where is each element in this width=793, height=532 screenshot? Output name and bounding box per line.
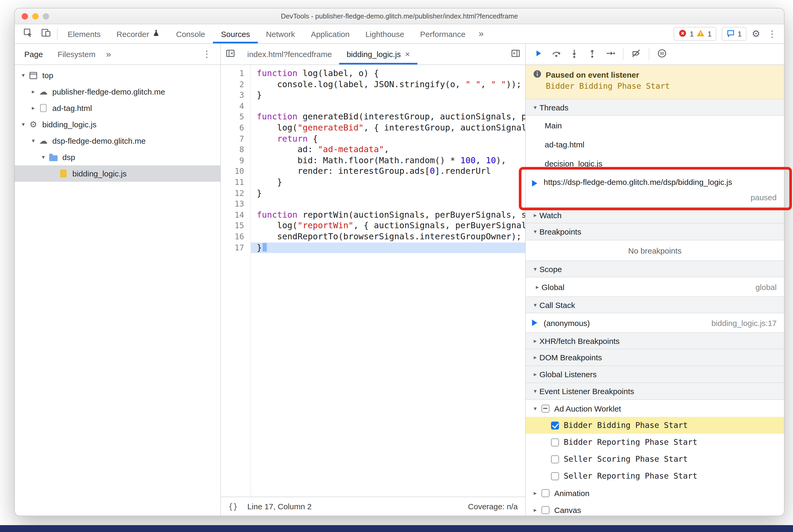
checkbox[interactable] xyxy=(542,506,549,514)
section-header-threads[interactable]: ▾Threads xyxy=(526,99,784,116)
disclosure-triangle-icon[interactable]: ▾ xyxy=(19,72,27,79)
disclosure-triangle-icon[interactable]: ▾ xyxy=(531,405,540,412)
line-number[interactable]: 5 xyxy=(221,112,250,122)
code-line[interactable]: 12} xyxy=(221,188,525,198)
section-header-scope[interactable]: ▾Scope xyxy=(526,261,784,277)
tab-recorder[interactable]: Recorder xyxy=(109,24,168,43)
tree-item-top[interactable]: ▾top xyxy=(15,67,220,83)
section-header-xhr-fetch-breakpoints[interactable]: ▸XHR/fetch Breakpoints xyxy=(526,332,784,349)
code-line[interactable]: 15 log("reportWin", { auctionSignals, pe… xyxy=(221,221,525,231)
inspect-element-button[interactable] xyxy=(19,24,37,43)
tree-item-bidding-logic-js[interactable]: bidding_logic.js xyxy=(15,165,220,182)
code-line[interactable]: 13 xyxy=(221,198,525,209)
pretty-print-button[interactable]: {} xyxy=(228,501,238,511)
thread-item-decision-logic-js[interactable]: decision_logic.js xyxy=(526,154,784,173)
settings-button[interactable]: ⚙ xyxy=(752,28,760,40)
checkbox[interactable] xyxy=(551,472,559,480)
line-number[interactable]: 10 xyxy=(221,166,250,177)
code-line[interactable]: 4 xyxy=(221,101,525,112)
code-line[interactable]: 11 } xyxy=(221,177,525,188)
more-panels-button[interactable]: » xyxy=(473,24,489,43)
code-line[interactable]: 7 return { xyxy=(221,133,525,144)
zoom-button[interactable] xyxy=(43,13,49,19)
section-header-event-listener-breakpoints[interactable]: ▾Event Listener Breakpoints xyxy=(526,383,784,400)
disclosure-triangle-icon[interactable]: ▾ xyxy=(29,137,38,144)
issues-chip[interactable]: 1 xyxy=(722,27,747,41)
tree-item-bidding-logic-js[interactable]: ▾⚙bidding_logic.js xyxy=(15,116,220,133)
resume-button[interactable] xyxy=(533,48,544,60)
device-toolbar-button[interactable] xyxy=(37,24,55,43)
navigator-tab-filesystem[interactable]: Filesystem xyxy=(50,50,103,59)
open-debugger-button[interactable] xyxy=(506,44,525,64)
line-number[interactable]: 17 xyxy=(221,242,250,253)
close-tab-icon[interactable]: × xyxy=(405,50,410,59)
scope-item-global[interactable]: ▸Globalglobal xyxy=(526,277,784,297)
line-number[interactable]: 11 xyxy=(221,177,250,188)
line-number[interactable]: 4 xyxy=(221,101,250,112)
line-number[interactable]: 12 xyxy=(221,188,250,198)
checkbox[interactable] xyxy=(542,489,549,497)
thread-item-ad-tag-html[interactable]: ad-tag.html xyxy=(526,135,784,154)
step-out-button[interactable] xyxy=(587,48,598,60)
code-line[interactable]: 2 console.log(label, JSON.stringify(o, "… xyxy=(221,79,525,90)
tree-item-publisher-fledge-demo-glitch-me[interactable]: ▸☁publisher-fledge-demo.glitch.me xyxy=(15,83,220,100)
code-editor[interactable]: 1function log(label, o) {2 console.log(l… xyxy=(221,65,525,497)
line-number[interactable]: 6 xyxy=(221,122,250,133)
checkbox[interactable] xyxy=(551,438,559,446)
tab-network[interactable]: Network xyxy=(258,24,303,43)
code-line[interactable]: 5function generateBid(interestGroup, auc… xyxy=(221,112,525,122)
checkbox[interactable] xyxy=(542,404,549,412)
line-number[interactable]: 1 xyxy=(221,68,250,79)
line-number[interactable]: 9 xyxy=(221,155,250,166)
disclosure-triangle-icon[interactable]: ▸ xyxy=(29,104,38,112)
event-category-ad-auction-worklet[interactable]: ▾Ad Auction Worklet xyxy=(526,400,784,417)
hide-navigator-button[interactable] xyxy=(221,44,240,64)
checkbox[interactable] xyxy=(551,455,559,463)
disclosure-triangle-icon[interactable]: ▸ xyxy=(531,490,540,496)
tab-performance[interactable]: Performance xyxy=(412,24,473,43)
editor-tab-bidding-logic-js[interactable]: bidding_logic.js× xyxy=(339,44,417,64)
event-breakpoint-seller-reporting-phase-start[interactable]: Seller Reporting Phase Start xyxy=(526,468,784,484)
code-line[interactable]: 10 render: interestGroup.ads[0].renderUr… xyxy=(221,166,525,177)
code-line[interactable]: 17} xyxy=(221,242,525,253)
call-stack-frame[interactable]: (anonymous)bidding_logic.js:17 xyxy=(526,313,784,332)
code-line[interactable]: 9 bid: Math.floor(Math.random() * 100, 1… xyxy=(221,155,525,166)
minimize-button[interactable] xyxy=(32,13,39,19)
event-breakpoint-bidder-reporting-phase-start[interactable]: Bidder Reporting Phase Start xyxy=(526,434,784,451)
pause-exceptions-button[interactable] xyxy=(657,48,667,60)
deactivate-breakpoints-button[interactable] xyxy=(631,48,641,60)
tree-item-dsp[interactable]: ▾dsp xyxy=(15,149,220,165)
line-number[interactable]: 8 xyxy=(221,144,250,155)
code-line[interactable]: 16 sendReportTo(browserSignals.interestG… xyxy=(221,231,525,242)
navigator-menu-button[interactable]: ⋮ xyxy=(195,49,218,60)
section-header-watch[interactable]: ▸Watch xyxy=(526,207,784,224)
line-number[interactable]: 16 xyxy=(221,231,250,242)
code-line[interactable]: 8 ad: "ad-metadata", xyxy=(221,144,525,155)
line-number[interactable]: 14 xyxy=(221,209,250,220)
thread-item-main[interactable]: Main xyxy=(526,116,784,135)
tree-item-ad-tag-html[interactable]: ▸ad-tag.html xyxy=(15,100,220,116)
checkbox[interactable] xyxy=(551,421,559,429)
navigator-tab-page[interactable]: Page xyxy=(17,50,50,59)
disclosure-triangle-icon[interactable]: ▸ xyxy=(29,88,38,95)
tab-lighthouse[interactable]: Lighthouse xyxy=(357,24,412,43)
tab-sources[interactable]: Sources xyxy=(213,24,258,43)
line-number[interactable]: 2 xyxy=(221,79,250,90)
tab-elements[interactable]: Elements xyxy=(60,24,109,43)
line-number[interactable]: 7 xyxy=(221,133,250,144)
disclosure-triangle-icon[interactable]: ▸ xyxy=(531,506,540,513)
section-header-call-stack[interactable]: ▾Call Stack xyxy=(526,297,784,313)
more-navigator-tabs-button[interactable]: » xyxy=(103,49,114,59)
main-menu-button[interactable]: ⋮ xyxy=(766,28,779,39)
line-number[interactable]: 13 xyxy=(221,198,250,209)
event-category-animation[interactable]: ▸Animation xyxy=(526,484,784,501)
line-number[interactable]: 3 xyxy=(221,90,250,101)
code-line[interactable]: 3} xyxy=(221,90,525,101)
editor-tab-index-html-fencedframe[interactable]: index.html?fencedframe xyxy=(240,44,339,64)
event-category-canvas[interactable]: ▸Canvas xyxy=(526,501,784,516)
disclosure-triangle-icon[interactable]: ▾ xyxy=(19,121,27,128)
section-header-dom-breakpoints[interactable]: ▸DOM Breakpoints xyxy=(526,349,784,366)
tab-console[interactable]: Console xyxy=(168,24,213,43)
tree-item-dsp-fledge-demo-glitch-me[interactable]: ▾☁dsp-fledge-demo.glitch.me xyxy=(15,133,220,149)
section-header-global-listeners[interactable]: ▸Global Listeners xyxy=(526,366,784,383)
